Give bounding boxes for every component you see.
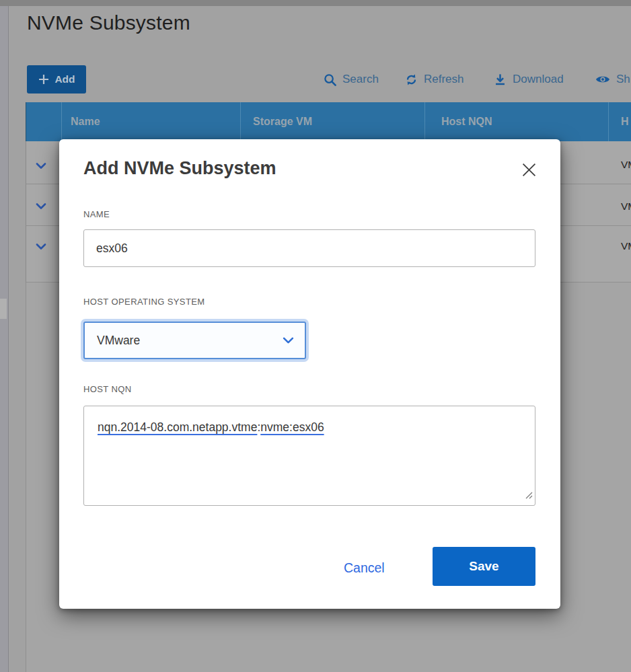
column-header-host-os[interactable]: H xyxy=(621,102,629,141)
table-row-host-os: VM xyxy=(621,240,631,252)
host-nqn-textarea[interactable]: nqn.2014-08.com.netapp.vtme:nvme:esx06 xyxy=(83,406,535,506)
cancel-button[interactable]: Cancel xyxy=(337,556,392,580)
left-rail-scroll-marker xyxy=(0,299,7,319)
left-rail xyxy=(0,6,9,672)
resize-handle-icon[interactable] xyxy=(525,487,533,503)
name-field-label: NAME xyxy=(83,209,110,219)
table-row-host-os: VM xyxy=(621,159,631,171)
dialog-title: Add NVMe Subsystem xyxy=(83,158,276,179)
search-icon xyxy=(324,73,336,86)
toolbar-item-refresh[interactable]: Refresh xyxy=(405,69,464,90)
toolbar-label: Sh xyxy=(616,73,630,86)
column-header-storage-vm[interactable]: Storage VM xyxy=(253,102,312,141)
column-divider xyxy=(424,102,425,141)
add-button[interactable]: Add xyxy=(27,65,86,94)
top-border-band xyxy=(0,0,631,6)
host-nqn-value-part2: nvme:esx06 xyxy=(260,420,324,434)
plus-icon xyxy=(38,73,50,85)
toolbar-label: Download xyxy=(513,73,564,86)
chevron-down-icon[interactable] xyxy=(36,160,46,172)
chevron-down-icon[interactable] xyxy=(36,200,46,213)
column-header-host-nqn[interactable]: Host NQN xyxy=(441,102,492,141)
table-header: Name Storage VM Host NQN H xyxy=(26,102,631,141)
app-window: NVMe Subsystem Add Search Refresh xyxy=(0,0,631,672)
page-title: NVMe Subsystem xyxy=(27,11,190,34)
download-icon xyxy=(494,73,507,86)
close-icon[interactable] xyxy=(520,161,537,178)
column-header-name[interactable]: Name xyxy=(71,102,100,141)
chevron-down-icon xyxy=(283,337,294,344)
toolbar-label: Refresh xyxy=(424,73,464,86)
host-os-selected-value: VMware xyxy=(97,334,140,348)
toolbar-item-search[interactable]: Search xyxy=(324,69,379,90)
host-os-field-label: HOST OPERATING SYSTEM xyxy=(83,297,205,307)
chevron-down-icon[interactable] xyxy=(36,241,46,253)
toolbar-item-show-hide[interactable]: Sh xyxy=(595,69,630,90)
host-nqn-field-label: HOST NQN xyxy=(83,384,132,394)
add-button-label: Add xyxy=(54,73,75,85)
name-input[interactable] xyxy=(83,229,535,267)
host-os-select[interactable]: VMware xyxy=(83,322,306,359)
save-button[interactable]: Save xyxy=(433,547,535,586)
host-nqn-value-part1: nqn.2014-08.com.netapp.vtme xyxy=(98,420,257,434)
add-nvme-subsystem-dialog: Add NVMe Subsystem NAME HOST OPERATING S… xyxy=(59,139,560,609)
toolbar-item-download[interactable]: Download xyxy=(494,69,564,90)
eye-icon xyxy=(595,74,610,85)
column-divider xyxy=(240,102,241,141)
toolbar-label: Search xyxy=(342,73,379,86)
table-row-host-os: VM xyxy=(621,200,631,213)
refresh-icon xyxy=(405,73,418,86)
column-divider xyxy=(608,102,609,141)
column-divider xyxy=(61,102,62,141)
